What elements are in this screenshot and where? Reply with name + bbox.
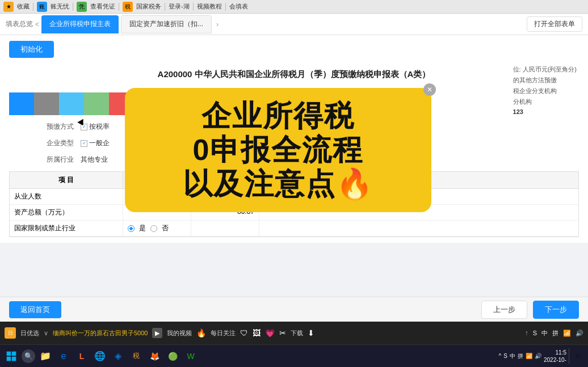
toolbar-label-login: 登录-湖	[169, 2, 190, 11]
download-label: 下载	[291, 329, 303, 338]
field-label-hangye: 所属行业	[9, 153, 77, 167]
table-row: 国家限制或禁止行业 是 否	[10, 221, 578, 237]
video-bar-sep: ∨	[44, 330, 48, 337]
right-info: 位: 人民币元(列至角分) 的其他方法预缴 税企业分支机构 分机构 123	[513, 65, 577, 115]
my-video-label: 我的视频	[167, 329, 192, 338]
toolbar-label-video: 视频教程	[197, 2, 222, 11]
show-desktop-button[interactable]: □	[569, 348, 585, 364]
swatch-lightblue	[59, 92, 84, 115]
tab-fixed-asset[interactable]: 固定资产加速折旧（扣...	[121, 15, 212, 33]
heart-icon: 💗	[265, 328, 275, 338]
init-button[interactable]: 初始化	[9, 41, 54, 58]
video-bar-indicator: 缅商叫价一万的原石古田男子5000	[53, 329, 148, 338]
prev-step-button[interactable]: 上一步	[481, 301, 527, 319]
toolbar-sep-5	[193, 3, 194, 11]
search-button[interactable]: 🔍	[22, 349, 35, 363]
nav-right-btns: 上一步 下一步	[481, 301, 579, 319]
toolbar-sep-4	[165, 3, 165, 11]
toolbar-icon-app[interactable]: 账	[37, 2, 47, 12]
start-button[interactable]	[3, 348, 19, 364]
video-bar-appname: 日优选	[20, 329, 39, 338]
letter-pin: 拼	[552, 329, 558, 338]
toolbar-icon-doc[interactable]: 凭	[77, 2, 87, 12]
shield-icon: 🛡	[240, 328, 248, 338]
swatch-blue	[9, 92, 34, 115]
windows-logo-icon	[6, 351, 17, 362]
svg-rect-3	[12, 356, 16, 361]
toolbar-sep-6	[225, 3, 226, 11]
taskbar-edge2-icon[interactable]: ◈	[110, 348, 126, 364]
nav-more-arrow: ›	[216, 20, 219, 28]
tab-enterprise-tax[interactable]: 企业所得税申报主表	[41, 15, 119, 33]
overlay-title-line1: 企业所得税	[142, 99, 414, 133]
toolbar-label-guojia: 国家税务	[136, 2, 161, 11]
breadcrumb-text: 填表总览	[6, 19, 33, 29]
bottom-nav: 返回首页 上一步 下一步	[0, 297, 588, 322]
tray-pin-icon: 拼	[518, 352, 523, 360]
close-button[interactable]: ✕	[423, 83, 436, 96]
toolbar-label-form: 会填表	[229, 2, 248, 11]
taskbar-edge-icon[interactable]: e	[56, 348, 72, 364]
tray-s-icon: S	[503, 353, 507, 359]
swatch-lightgreen	[84, 92, 109, 115]
toolbar-sep-2	[73, 3, 73, 11]
next-step-button[interactable]: 下一步	[533, 301, 579, 319]
td-name-2: 资产总额（万元）	[10, 205, 123, 220]
taskbar-l-icon[interactable]: L	[74, 348, 90, 364]
fire-icon: 🔥	[196, 328, 206, 338]
video-bar: 日 日优选 ∨ 缅商叫价一万的原石古田男子5000 ▶ 我的视频 🔥 每日关注 …	[0, 322, 588, 344]
taskbar: 🔍 📁 e L 🌐 ◈ 税 🦊 🟢 W ^ S 中 拼 📶 🔊 11:5 202…	[0, 344, 588, 367]
toolbar-icon-tax[interactable]: 税	[123, 2, 133, 12]
overlay-title-line3: 以及注意点🔥	[142, 167, 414, 201]
branch-info: 税企业分支机构	[513, 87, 577, 95]
taskbar-browser-icon[interactable]: 🌐	[92, 348, 108, 364]
toolbar-sep-3	[119, 3, 119, 11]
clock-date: 2022-10-	[544, 356, 566, 364]
browser-toolbar: ★ 收藏 账 账无忧 凭 查看凭证 税 国家税务 登录-湖 视频教程 会填表	[0, 0, 588, 14]
daily-focus-label: 每日关注	[211, 329, 236, 338]
video-bar-icon: 日	[5, 327, 16, 339]
td-avg-3	[191, 221, 259, 236]
breadcrumb: 填表总览 <	[6, 19, 39, 29]
taskbar-app2-icon[interactable]: 🦊	[146, 348, 162, 364]
app-nav: 填表总览 < 企业所得税申报主表 固定资产加速折旧（扣... › 打开全部表单	[0, 14, 588, 35]
toolbar-icon-star[interactable]: ★	[3, 2, 14, 12]
back-button[interactable]: 返回首页	[9, 301, 61, 318]
taskbar-app4-icon[interactable]: W	[183, 348, 199, 364]
toolbar-label-shoucang: 收藏	[17, 2, 30, 11]
letter-s: S	[533, 330, 537, 336]
radio-no[interactable]	[150, 225, 157, 232]
letter-zh: 中	[541, 329, 548, 338]
unit-info: 位: 人民币元(列至角分)	[513, 65, 577, 74]
svg-rect-0	[7, 351, 11, 356]
number-123: 123	[513, 108, 577, 115]
tray-vol-icon: 🔊	[535, 353, 541, 359]
taskbar-tax-icon[interactable]: 税	[128, 348, 144, 364]
taskbar-file-icon[interactable]: 📁	[37, 348, 53, 364]
overlay-banner: ✕ 企业所得税 0申报全流程 以及注意点🔥	[125, 88, 431, 212]
taskbar-clock: 11:5 2022-10-	[544, 349, 566, 364]
color-swatches	[9, 92, 134, 115]
svg-rect-1	[12, 351, 16, 356]
screen: ★ 收藏 账 账无忧 凭 查看凭证 税 国家税务 登录-湖 视频教程 会填表 填…	[0, 0, 588, 367]
tray-wifi-icon: 📶	[526, 353, 532, 359]
toolbar-sep-1	[33, 3, 33, 11]
td-name-3: 国家限制或禁止行业	[10, 221, 123, 236]
th-item: 项 目	[10, 172, 123, 188]
taskbar-app3-icon[interactable]: 🟢	[165, 348, 180, 364]
field-label-yujiao: 预缴方式	[9, 120, 77, 134]
form-title: A200000 中华人民共和国企业所得税月（季）度预缴纳税申报表（A类）	[9, 65, 579, 85]
play-icon[interactable]: ▶	[152, 328, 162, 338]
arrow-icon: ↑	[525, 329, 528, 337]
checkbox-yiban: ✓ 一般企	[81, 138, 110, 148]
radio-group: 是 否	[128, 223, 186, 233]
scissors-icon: ✂	[279, 328, 286, 338]
toolbar-label-zhangwuyou: 账无忧	[51, 2, 69, 11]
td-name-1: 从业人数	[10, 189, 123, 204]
image-icon: 🖼	[253, 328, 261, 338]
wifi-icon: 📶	[563, 330, 571, 337]
volume-icon: 🔊	[576, 330, 583, 337]
open-all-button[interactable]: 打开全部表单	[527, 16, 582, 32]
td-quarter-3: 是 否	[123, 221, 191, 236]
radio-yes[interactable]	[128, 225, 135, 232]
